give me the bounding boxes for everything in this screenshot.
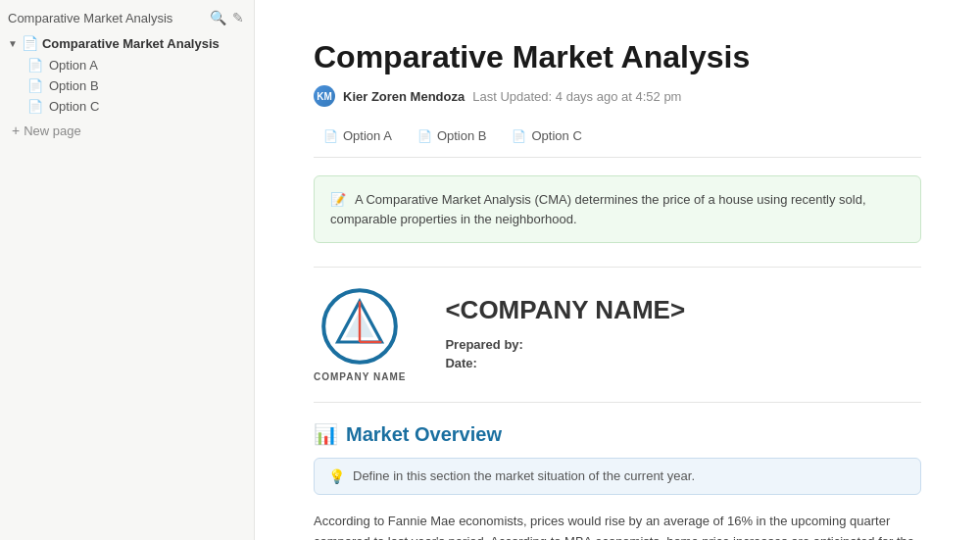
plus-icon: + [12, 123, 20, 138]
main-content: Comparative Market Analysis KM Kier Zore… [255, 0, 980, 540]
sidebar-children: 📄 Option A 📄 Option B 📄 Option C [0, 55, 254, 117]
page-icon: 📄 [27, 99, 43, 114]
new-page-button[interactable]: + New page [0, 119, 254, 142]
sidebar-child-label: Option B [49, 78, 99, 93]
edit-icon[interactable]: ✎ [232, 10, 244, 25]
date-line: Date: [445, 356, 921, 370]
sidebar-child-label: Option A [49, 58, 98, 73]
sidebar-item-option-c[interactable]: 📄 Option C [20, 96, 254, 117]
avatar-initials: KM [317, 91, 332, 102]
date-label: Date: [445, 356, 477, 370]
company-name-heading: <COMPANY NAME> [445, 295, 921, 325]
tab-option-b[interactable]: 📄 Option B [408, 124, 497, 147]
doc-icon: 📄 [417, 129, 432, 143]
market-icon: 📊 [314, 422, 338, 446]
chevron-down-icon: ▼ [8, 38, 18, 49]
page-icon: 📄 [22, 35, 38, 51]
market-title-text: Market Overview [346, 423, 502, 446]
doc-icon: 📄 [512, 129, 526, 143]
callout-box: 💡 Define in this section the market situ… [314, 458, 921, 495]
sidebar-root-item[interactable]: ▼ 📄 Comparative Market Analysis [0, 31, 254, 55]
new-page-label: New page [24, 123, 81, 138]
doc-icon: 📄 [323, 129, 338, 143]
prepared-by-label: Prepared by: [445, 337, 522, 352]
market-body-text: According to Fannie Mae economists, pric… [314, 511, 921, 540]
tab-label: Option C [531, 128, 581, 143]
info-icon: 📝 [330, 192, 346, 207]
sidebar-header-actions: 🔍 ✎ [210, 10, 244, 25]
company-name-block: <COMPANY NAME> Prepared by: Date: [445, 295, 921, 374]
callout-text: Define in this section the market situat… [353, 468, 695, 483]
search-icon[interactable]: 🔍 [210, 10, 226, 25]
author-name: Kier Zoren Mendoza [343, 89, 465, 104]
info-box: 📝 A Comparative Market Analysis (CMA) de… [314, 175, 921, 243]
last-updated: Last Updated: 4 days ago at 4:52 pm [472, 89, 681, 104]
sidebar-title: Comparative Market Analysis [8, 11, 172, 25]
sidebar-child-label: Option C [49, 99, 99, 114]
company-block: COMPANY NAME <COMPANY NAME> Prepared by:… [314, 287, 921, 382]
sidebar: Comparative Market Analysis 🔍 ✎ ▼ 📄 Comp… [0, 0, 255, 540]
sidebar-item-option-b[interactable]: 📄 Option B [20, 75, 254, 96]
page-tabs: 📄 Option A 📄 Option B 📄 Option C [314, 124, 921, 158]
page-icon: 📄 [27, 78, 43, 93]
company-logo [320, 287, 399, 366]
tab-label: Option B [437, 128, 487, 143]
sidebar-item-option-a[interactable]: 📄 Option A [20, 55, 254, 75]
divider-2 [314, 402, 921, 403]
tab-label: Option A [343, 128, 392, 143]
callout-icon: 💡 [328, 468, 345, 484]
tab-option-c[interactable]: 📄 Option C [502, 124, 591, 147]
divider [314, 267, 921, 268]
market-overview-title: 📊 Market Overview [314, 422, 921, 446]
avatar: KM [314, 85, 335, 107]
author-line: KM Kier Zoren Mendoza Last Updated: 4 da… [314, 85, 921, 107]
info-box-text: A Comparative Market Analysis (CMA) dete… [330, 192, 866, 226]
prepared-by-line: Prepared by: [445, 337, 921, 352]
sidebar-header: Comparative Market Analysis 🔍 ✎ [0, 4, 254, 31]
company-logo-area: COMPANY NAME [314, 287, 406, 382]
tab-option-a[interactable]: 📄 Option A [314, 124, 402, 147]
sidebar-root-label: Comparative Market Analysis [42, 36, 220, 51]
page-icon: 📄 [27, 58, 43, 73]
page-title: Comparative Market Analysis [314, 39, 921, 75]
company-logo-label: COMPANY NAME [314, 371, 406, 382]
